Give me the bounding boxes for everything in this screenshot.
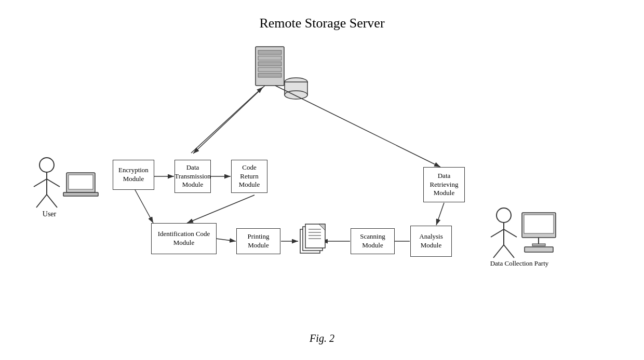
svg-rect-2 <box>256 47 284 86</box>
svg-rect-24 <box>303 227 323 251</box>
svg-line-12 <box>275 86 440 167</box>
scanning-module-box: Scanning Module <box>351 228 395 254</box>
diagram: Remote Storage Server <box>0 0 644 360</box>
printing-module-box: Printing Module <box>236 228 280 254</box>
svg-line-17 <box>135 190 153 223</box>
svg-line-42 <box>491 229 504 237</box>
svg-line-11 <box>193 86 265 154</box>
svg-line-18 <box>216 239 236 241</box>
svg-line-45 <box>504 245 514 258</box>
svg-rect-46 <box>522 213 556 238</box>
svg-line-44 <box>493 245 504 258</box>
fig-caption: Fig. 2 <box>0 333 644 344</box>
svg-rect-3 <box>258 50 281 54</box>
identification-code-module-box: Identification Code Module <box>151 223 217 254</box>
svg-rect-25 <box>305 224 325 248</box>
svg-line-33 <box>34 179 47 187</box>
svg-rect-50 <box>525 247 553 252</box>
svg-line-34 <box>47 179 60 187</box>
svg-rect-7 <box>258 73 281 77</box>
svg-point-31 <box>39 158 54 172</box>
svg-rect-5 <box>258 62 281 66</box>
svg-rect-6 <box>258 67 281 72</box>
svg-rect-38 <box>69 175 93 189</box>
svg-rect-4 <box>258 56 281 60</box>
user-label: User <box>29 210 70 218</box>
svg-line-16 <box>187 195 254 223</box>
data-collection-party-label: Data Collection Party <box>483 259 556 268</box>
page-title: Remote Storage Server <box>0 16 644 31</box>
svg-marker-30 <box>319 224 325 230</box>
data-transmission-module-box: Data Transmission Module <box>175 160 211 193</box>
svg-rect-49 <box>532 244 545 246</box>
svg-point-8 <box>285 78 307 86</box>
svg-line-36 <box>47 195 57 207</box>
svg-rect-9 <box>285 82 307 95</box>
encryption-module-box: Encryption Module <box>113 160 154 190</box>
code-return-module-box: Code Return Module <box>231 160 267 193</box>
svg-point-40 <box>497 208 511 223</box>
svg-rect-39 <box>63 192 98 196</box>
svg-rect-23 <box>300 229 320 253</box>
svg-rect-37 <box>66 173 95 192</box>
svg-line-13 <box>191 87 263 153</box>
data-retrieving-module-box: Data Retrieving Module <box>423 167 465 202</box>
svg-point-10 <box>285 91 307 99</box>
svg-line-43 <box>504 229 517 237</box>
svg-line-22 <box>436 203 444 225</box>
svg-line-35 <box>36 195 47 207</box>
svg-rect-47 <box>524 215 554 233</box>
analysis-module-box: Analysis Module <box>410 226 452 257</box>
